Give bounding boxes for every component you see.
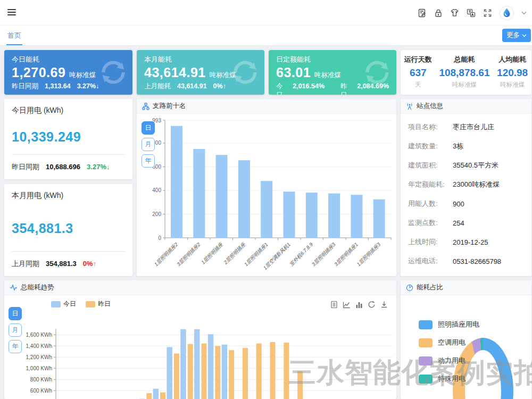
legend-item-special[interactable]: 特殊用电 — [419, 374, 479, 384]
legend-item-yesterday[interactable]: 昨日 — [86, 300, 111, 309]
data-view-icon[interactable] — [330, 301, 338, 309]
document-edit-icon[interactable] — [418, 9, 427, 18]
more-button-label: 更多 — [506, 31, 520, 40]
kpi-sub-value: 43,614.91 — [177, 82, 207, 90]
navbar-icon-group — [418, 0, 527, 26]
kpi-sub-value: 2,016.54% — [293, 82, 325, 90]
legend-label: 特殊用电 — [438, 374, 466, 384]
energy-share-panel: 能耗占比 照明插座用电 空调用电 动力用电 特殊用电 — [401, 280, 531, 399]
compare-value: 10,688.696 — [46, 163, 80, 171]
stat-unit: 吨标准煤 — [439, 81, 489, 89]
chevron-down-icon — [522, 34, 527, 37]
trend-bar-chart: 200 KWh400 KWh600 KWh800 KWh1,000 KWh1,2… — [4, 325, 396, 399]
branch-top10-panel: 支路前十名 日 月 年 02004006008009931层照明插座23层照明插… — [137, 99, 396, 276]
svg-text:3层照明插座2: 3层照明插座2 — [176, 241, 202, 267]
theme-skin-icon[interactable] — [450, 9, 459, 17]
branch-period-buttons: 日 月 年 — [142, 121, 155, 171]
svg-text:1层照明插座3: 1层照明插座3 — [355, 241, 381, 267]
dropdown-caret[interactable] — [521, 11, 527, 15]
pie-legend: 照明插座用电 空调用电 动力用电 特殊用电 — [419, 320, 479, 392]
site-row: 项目名称:枣庄市台儿庄 — [401, 118, 531, 137]
kpi-sub2-label: 昨日占比: — [340, 82, 351, 95]
svg-text:1,000 KWh: 1,000 KWh — [26, 365, 52, 371]
recycle-icon — [98, 57, 128, 87]
card-value: 10,339.249 — [12, 129, 125, 145]
stat-label: 运行天数 — [404, 55, 432, 64]
panel-title: 总能耗趋势 — [21, 283, 54, 292]
legend-label: 动力用电 — [438, 356, 466, 365]
sitemap-icon — [142, 103, 149, 110]
trend-legend: 今日 昨日 — [51, 300, 111, 309]
kpi-sub-label: 上月能耗 — [144, 82, 171, 91]
pie-chart-icon — [406, 284, 413, 292]
stats-card: 运行天数 637 天 总能耗 108,878.61 吨标准煤 人均能耗 120.… — [401, 50, 531, 95]
svg-text:600 KWh: 600 KWh — [30, 388, 52, 394]
legend-item-today[interactable]: 今日 — [51, 300, 76, 309]
site-row-value: 35540.5平方米 — [453, 161, 498, 170]
restore-icon[interactable] — [368, 301, 376, 309]
kpi-unit: 吨标准煤 — [314, 71, 341, 80]
site-row: 年定额能耗:23000吨标准煤 — [401, 175, 531, 194]
kpi-delta: 0%↑ — [213, 82, 226, 90]
site-row-value: 0531-82665798 — [453, 257, 501, 265]
period-month-button[interactable]: 月 — [142, 138, 155, 151]
period-year-button[interactable]: 年 — [9, 340, 22, 353]
tab-home[interactable]: 首页 — [7, 31, 21, 45]
month-electricity-card: 本月用电 (kWh) 354,881.3 上月同期 354,881.3 0%↑ — [4, 184, 132, 276]
compare-label: 昨日同期 — [12, 162, 39, 172]
kpi-delta: 3.27%↓ — [77, 82, 99, 90]
site-row: 运维电话:0531-82665798 — [401, 252, 531, 271]
save-image-icon[interactable] — [380, 301, 388, 309]
legend-item-ac[interactable]: 空调用电 — [419, 338, 479, 347]
svg-text:1层照明插座: 1层照明插座 — [200, 241, 225, 265]
today-electricity-card: 今日用电 (kWh) 10,339.249 昨日同期 10,688.696 3.… — [4, 99, 132, 179]
panel-title: 能耗占比 — [417, 283, 443, 292]
stat-label: 总能耗 — [439, 55, 489, 64]
legend-swatch — [51, 301, 61, 307]
lock-icon[interactable] — [434, 9, 443, 18]
stat-value: 108,878.61 — [439, 67, 489, 79]
svg-text:2层照明插座: 2层照明插座 — [222, 241, 247, 266]
svg-text:200: 200 — [152, 211, 161, 217]
divider — [12, 154, 125, 155]
stat-running-days: 运行天数 637 天 — [404, 55, 432, 95]
brand-logo[interactable] — [500, 6, 514, 20]
stat-unit: 天 — [404, 81, 432, 89]
fullscreen-icon[interactable] — [483, 9, 492, 18]
line-chart-toggle-icon[interactable] — [343, 301, 351, 309]
kpi-unit: 吨标准煤 — [69, 71, 96, 80]
panel-title: 站点信息 — [417, 102, 443, 111]
card-title: 今日用电 (kWh) — [12, 106, 125, 115]
recycle-icon — [230, 57, 260, 87]
stat-total-energy: 总能耗 108,878.61 吨标准煤 — [439, 55, 489, 95]
translate-icon[interactable] — [467, 9, 476, 18]
period-day-button[interactable]: 日 — [9, 307, 22, 320]
kpi-value: 43,614.91 — [144, 65, 206, 80]
site-row: 建筑数量:3栋 — [401, 137, 531, 156]
site-row-label: 运维电话: — [408, 256, 453, 266]
hamburger-menu-icon[interactable] — [7, 9, 16, 16]
kpi-value: 63.01 — [276, 65, 311, 80]
svg-text:800 KWh: 800 KWh — [30, 377, 52, 383]
svg-text:1,600 KWh: 1,600 KWh — [26, 332, 52, 338]
recycle-icon — [362, 57, 392, 87]
site-info-panel: 站点信息 项目名称:枣庄市台儿庄 建筑数量:3栋 建筑面积:35540.5平方米… — [401, 99, 531, 276]
more-button[interactable]: 更多 — [502, 29, 531, 42]
legend-swatch — [86, 301, 95, 307]
legend-item-lighting[interactable]: 照明插座用电 — [419, 320, 479, 329]
svg-text:0: 0 — [158, 235, 161, 241]
period-month-button[interactable]: 月 — [9, 323, 22, 337]
site-row-value: 23000吨标准煤 — [453, 180, 500, 189]
bar-chart-toggle-icon[interactable] — [355, 301, 363, 309]
stat-value: 637 — [404, 67, 432, 79]
site-row-value: 254 — [453, 219, 464, 227]
period-year-button[interactable]: 年 — [142, 154, 155, 168]
card-value: 354,881.3 — [12, 221, 125, 236]
tab-home-label: 首页 — [7, 31, 21, 39]
card-title: 本月用电 (kWh) — [12, 191, 125, 201]
legend-label: 空调用电 — [438, 338, 466, 347]
divider — [12, 251, 125, 252]
period-day-button[interactable]: 日 — [142, 121, 155, 135]
legend-item-power[interactable]: 动力用电 — [419, 356, 479, 365]
kpi-card-daily-quota-energy: 日定额能耗 63.01 吨标准煤 今日占比: 2,016.54% 昨日占比: 2… — [269, 50, 396, 95]
